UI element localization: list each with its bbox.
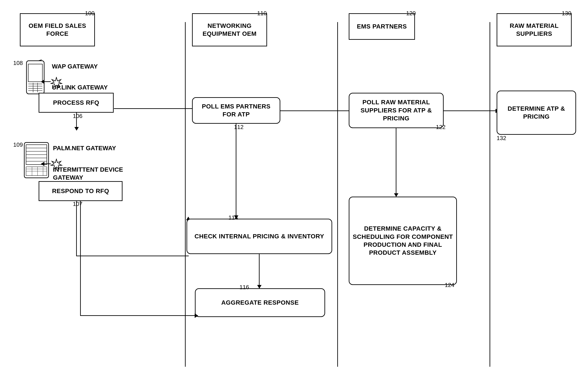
ref-110: 110	[257, 10, 267, 17]
poll-raw-to-atp-arrow	[444, 110, 499, 111]
check-internal-label: CHECK INTERNAL PRICING & INVENTORY	[194, 232, 324, 240]
lane-line-1	[185, 22, 186, 367]
poll-raw-label: POLL RAW MATERIAL SUPPLIERS FOR ATP & PR…	[352, 98, 441, 122]
svg-rect-1	[28, 64, 42, 82]
ref-107: 107	[73, 201, 82, 208]
determine-capacity-label: DETERMINE CAPACITY & SCHEDULING FOR COMP…	[352, 225, 454, 257]
poll-ems-label: POLL EMS PARTNERS FOR ATP	[195, 102, 277, 119]
respond-rfq-label: RESPOND TO RFQ	[52, 187, 109, 195]
ems-partners-box: EMS PARTNERS	[349, 13, 415, 40]
determine-capacity-box: DETERMINE CAPACITY & SCHEDULING FOR COMP…	[349, 197, 457, 285]
check-internal-box: CHECK INTERNAL PRICING & INVENTORY	[187, 219, 332, 254]
diagram: OEM FIELD SALES FORCE 100 NETWORKING EQU…	[0, 0, 588, 374]
ref-132: 132	[497, 135, 506, 142]
poll-ems-box: POLL EMS PARTNERS FOR ATP	[192, 97, 280, 124]
raw-material-label: RAW MATERIAL SUPPLIERS	[500, 22, 569, 38]
ref-108: 108	[13, 60, 23, 66]
oem-field-sales-box: OEM FIELD SALES FORCE	[20, 13, 95, 46]
respond-h-line	[80, 315, 196, 316]
process-rfq-label: PROCESS RFQ	[53, 99, 99, 107]
aggregate-box: AGGREGATE RESPONSE	[195, 288, 325, 317]
ref-122: 122	[436, 124, 445, 131]
ems-label: EMS PARTNERS	[357, 22, 407, 31]
respond-rfq-box: RESPOND TO RFQ	[39, 181, 123, 201]
svg-rect-0	[26, 61, 44, 94]
determine-atp-box: DETERMINE ATP & PRICING	[497, 91, 576, 135]
ref-130: 130	[562, 10, 571, 17]
ref-109: 109	[13, 141, 23, 148]
determine-atp-label: DETERMINE ATP & PRICING	[500, 105, 573, 121]
poll-ems-to-raw-arrow	[280, 110, 353, 111]
wap-gateway-label: WAP GATEWAY	[52, 63, 98, 70]
check-to-aggregate-arrow	[259, 254, 260, 288]
ref-106: 106	[73, 113, 82, 120]
lane-line-2	[337, 22, 338, 367]
oem-field-label: OEM FIELD SALES FORCE	[23, 22, 92, 38]
raw-material-box: RAW MATERIAL SUPPLIERS	[497, 13, 572, 46]
intermittent-label: INTERMITTENT DEVICE GATEWAY	[53, 166, 141, 182]
ref-120: 120	[406, 10, 416, 17]
networking-label: NETWORKING EQUIPMENT OEM	[195, 22, 264, 38]
process-rfq-box: PROCESS RFQ	[39, 93, 114, 113]
respond-line-h	[76, 256, 189, 256]
respond-to-aggregate-arrow-h	[195, 313, 198, 318]
process-rfq-arrow-down	[76, 113, 77, 130]
uplink-gateway-label: UP.LINK GATEWAY	[52, 84, 108, 91]
aggregate-label: AGGREGATE RESPONSE	[221, 299, 299, 307]
svg-rect-10	[24, 143, 49, 178]
lane-line-3	[490, 22, 490, 367]
ref-114: 114	[229, 214, 238, 221]
ref-124: 124	[445, 282, 454, 288]
process-to-poll-arrow	[114, 108, 196, 109]
respond-line-v	[76, 201, 77, 256]
networking-box: NETWORKING EQUIPMENT OEM	[192, 13, 267, 46]
poll-raw-to-capacity-arrow	[396, 128, 396, 197]
poll-to-check-arrow	[236, 124, 236, 219]
palm-arrow-head	[41, 162, 44, 166]
wap-arrow-head	[41, 79, 44, 84]
ref-112: 112	[234, 124, 243, 131]
palm-device	[22, 141, 51, 181]
ref-116: 116	[240, 284, 249, 291]
respond-v-line	[80, 201, 81, 316]
ref-100: 100	[85, 10, 94, 17]
palm-gateway-label: PALM.NET GATEWAY	[53, 145, 116, 152]
poll-raw-box: POLL RAW MATERIAL SUPPLIERS FOR ATP & PR…	[349, 93, 444, 128]
